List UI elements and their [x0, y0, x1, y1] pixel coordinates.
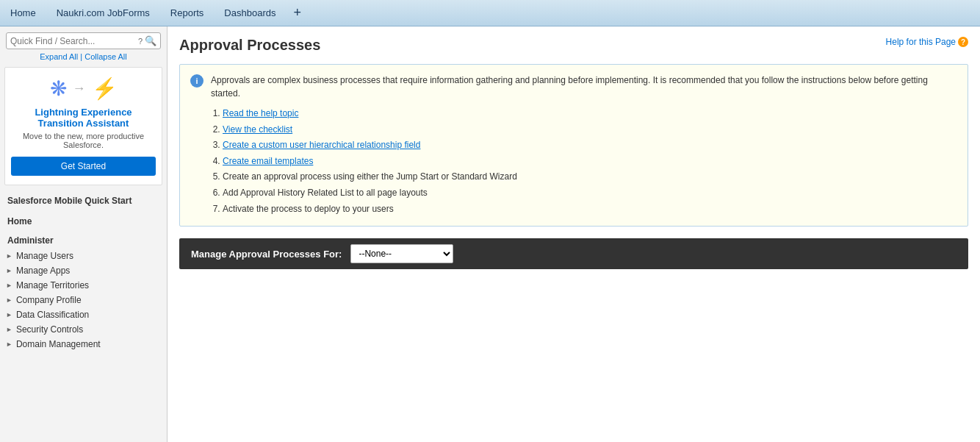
nav-reports[interactable]: Reports — [167, 7, 207, 18]
main-content: Approval Processes Help for this Page ? … — [167, 26, 980, 442]
get-started-button[interactable]: Get Started — [11, 157, 156, 176]
manage-approval-select[interactable]: --None-- Account Contact Lead Opportunit… — [350, 244, 453, 263]
info-step-3-link[interactable]: Create a custom user hierarchical relati… — [223, 140, 420, 150]
info-step-2: View the checklist — [223, 122, 957, 138]
security-controls-label: Security Controls — [16, 324, 83, 335]
search-input[interactable] — [10, 36, 136, 46]
search-magnifier-icon[interactable]: 🔍 — [145, 35, 156, 46]
info-step-1: Read the help topic — [223, 106, 957, 122]
info-step-6-text: Add Approval History Related List to all… — [223, 188, 428, 198]
collapse-all-link[interactable]: Collapse All — [84, 52, 126, 61]
manage-approval-label: Manage Approval Processes For: — [191, 249, 342, 260]
sidebar-item-manage-apps[interactable]: ► Manage Apps — [0, 263, 167, 278]
info-step-4: Create email templates — [223, 154, 957, 170]
expand-all-link[interactable]: Expand All — [40, 52, 78, 61]
sidebar-home-link[interactable]: Home — [0, 209, 167, 229]
flower-icon: ❋ — [50, 76, 67, 101]
bolt-icon: ⚡ — [92, 76, 118, 101]
triangle-icon-security-controls: ► — [6, 326, 12, 333]
info-step-7: Activate the process to deploy to your u… — [223, 202, 957, 218]
triangle-icon-manage-territories: ► — [6, 282, 12, 289]
domain-management-label: Domain Management — [16, 339, 101, 349]
info-step-4-link[interactable]: Create email templates — [223, 156, 313, 166]
sidebar-item-manage-users[interactable]: ► Manage Users — [0, 249, 167, 263]
triangle-icon-company-profile: ► — [6, 296, 12, 304]
arrow-icon: → — [73, 81, 86, 96]
top-navigation: Home Naukri.com JobForms Reports Dashboa… — [0, 0, 980, 26]
triangle-icon-domain-management: ► — [6, 341, 12, 348]
manage-apps-label: Manage Apps — [16, 265, 70, 276]
info-steps-list: Read the help topic View the checklist C… — [211, 106, 957, 217]
main-layout: ? 🔍 Expand All | Collapse All ❋ → ⚡ Ligh… — [0, 26, 980, 442]
nav-home[interactable]: Home — [7, 7, 39, 18]
page-title: Approval Processes — [179, 37, 320, 54]
sidebar-item-domain-management[interactable]: ► Domain Management — [0, 337, 167, 352]
search-help-icon[interactable]: ? — [138, 37, 143, 46]
nav-dashboards[interactable]: Dashboards — [221, 7, 278, 18]
triangle-icon-manage-apps: ► — [6, 267, 12, 274]
lightning-box: ❋ → ⚡ Lightning Experience Transition As… — [4, 67, 162, 185]
info-step-5: Create an approval process using either … — [223, 169, 957, 185]
help-question-icon: ? — [958, 37, 968, 47]
manage-users-label: Manage Users — [16, 251, 73, 261]
lightning-description: Move to the new, more productive Salesfo… — [11, 132, 156, 149]
sidebar-item-security-controls[interactable]: ► Security Controls — [0, 322, 167, 337]
company-profile-label: Company Profile — [16, 295, 82, 305]
sidebar-item-manage-territories[interactable]: ► Manage Territories — [0, 278, 167, 293]
info-step-7-text: Activate the process to deploy to your u… — [223, 204, 394, 214]
help-link[interactable]: Help for this Page ? — [886, 37, 968, 47]
info-step-3: Create a custom user hierarchical relati… — [223, 138, 957, 154]
info-step-5-text: Create an approval process using either … — [223, 171, 517, 182]
administer-header: Administer — [0, 229, 167, 249]
manage-territories-label: Manage Territories — [16, 280, 89, 290]
page-header: Approval Processes Help for this Page ? — [179, 37, 968, 54]
lightning-title: Lightning Experience Transition Assistan… — [11, 107, 156, 129]
expand-collapse-bar: Expand All | Collapse All — [0, 52, 167, 61]
data-classification-label: Data Classification — [16, 310, 89, 320]
info-description: Approvals are complex business processes… — [211, 74, 957, 100]
nav-plus[interactable]: + — [293, 5, 301, 21]
info-step-6: Add Approval History Related List to all… — [223, 185, 957, 202]
help-link-text: Help for this Page — [886, 37, 956, 47]
info-box: i Approvals are complex business process… — [179, 64, 968, 227]
manage-approval-bar: Manage Approval Processes For: --None-- … — [179, 238, 968, 269]
sidebar-item-company-profile[interactable]: ► Company Profile — [0, 293, 167, 307]
nav-jobforms[interactable]: Naukri.com JobForms — [54, 7, 153, 18]
info-content: Approvals are complex business processes… — [211, 74, 957, 217]
info-step-1-link[interactable]: Read the help topic — [223, 108, 298, 118]
info-step-2-link[interactable]: View the checklist — [223, 124, 292, 135]
search-bar[interactable]: ? 🔍 — [6, 32, 161, 49]
sidebar: ? 🔍 Expand All | Collapse All ❋ → ⚡ Ligh… — [0, 26, 167, 442]
triangle-icon-data-classification: ► — [6, 311, 12, 318]
lightning-icons: ❋ → ⚡ — [11, 76, 156, 101]
sidebar-item-data-classification[interactable]: ► Data Classification — [0, 307, 167, 322]
info-icon: i — [190, 74, 203, 88]
mobile-quickstart-link[interactable]: Salesforce Mobile Quick Start — [0, 188, 167, 209]
triangle-icon-manage-users: ► — [6, 252, 12, 260]
